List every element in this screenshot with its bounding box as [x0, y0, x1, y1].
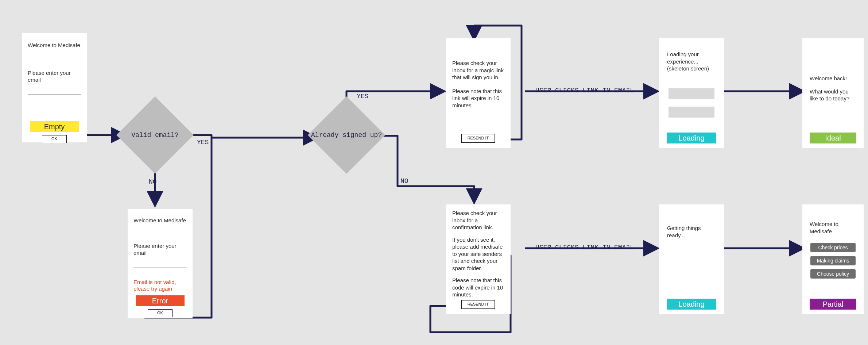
state-badge-ideal: Ideal [810, 133, 856, 143]
resend-button[interactable]: RESEND IT [461, 300, 495, 309]
email-prompt: Please enter your email [22, 49, 87, 84]
state-badge-error: Error [136, 295, 185, 306]
state-badge-empty: Empty [30, 121, 79, 132]
diagram-canvas: Welcome to Medisafe Please enter your em… [0, 0, 868, 345]
skeleton-bar [669, 107, 714, 118]
choose-policy-button[interactable]: Choose policy [810, 269, 856, 279]
screen-magic-link: Please check your inbox for a magic link… [446, 38, 511, 148]
screen-title: Welcome to Medisafe [128, 209, 193, 224]
decision-already-signed-up: Already signed up? [319, 108, 374, 162]
decision-label: Already signed up? [311, 131, 382, 139]
screen-title: Welcome to Medisafe [22, 33, 87, 49]
decision-label: Valid email? [131, 131, 179, 139]
ok-button[interactable]: OK [148, 309, 173, 317]
making-claims-button[interactable]: Making claims [810, 256, 856, 265]
email-field[interactable] [133, 259, 187, 268]
state-badge-loading: Loading [667, 299, 716, 310]
confirm-text-2: If you don't see it, please add medisafe… [446, 231, 511, 272]
loading-text: Getting things ready... [659, 204, 724, 239]
edge-yes: YES [197, 139, 209, 146]
screen-confirmation-link: Please check your inbox for a confirmati… [446, 204, 511, 314]
screen-error: Welcome to Medisafe Please enter your em… [128, 209, 193, 318]
state-badge-loading: Loading [667, 133, 716, 143]
screen-loading-partial: Getting things ready... Loading [659, 204, 724, 314]
magic-text-1: Please check your inbox for a magic link… [446, 38, 511, 81]
screen-ideal: Welcome back! What would you like to do … [802, 38, 864, 148]
loading-text: Loading your experience... (skeleton scr… [659, 38, 724, 72]
skeleton-bar [669, 88, 714, 99]
screen-empty: Welcome to Medisafe Please enter your em… [22, 33, 87, 142]
check-prices-button[interactable]: Check prices [810, 243, 856, 252]
email-prompt: Please enter your email [128, 224, 193, 257]
confirm-text-1: Please check your inbox for a confirmati… [446, 204, 511, 231]
edge-no: NO [400, 177, 408, 185]
edge-user-clicks-link: USER CLICKS LINK IN EMAIL [535, 244, 634, 251]
edge-user-clicks-link: USER CLICKS LINK IN EMAIL [535, 87, 634, 94]
email-field[interactable] [28, 86, 81, 95]
magic-text-2: Please note that this link will expire i… [446, 81, 511, 109]
screen-partial: Welcome to Medisafe Check prices Making … [802, 204, 864, 314]
screen-loading-ideal: Loading your experience... (skeleton scr… [659, 38, 724, 148]
screen-title: Welcome to Medisafe [802, 204, 864, 235]
decision-valid-email: Valid email? [128, 108, 182, 162]
resend-button[interactable]: RESEND IT [461, 134, 495, 143]
ok-button[interactable]: OK [42, 135, 67, 143]
edge-yes: YES [357, 93, 368, 100]
welcome-question: What would you like to do today? [802, 82, 864, 102]
welcome-back: Welcome back! [802, 38, 864, 82]
edge-no: NO [149, 178, 157, 185]
state-badge-partial: Partial [810, 299, 856, 310]
confirm-text-3: Please note that this code will expire i… [446, 272, 511, 298]
error-message: Email is not valid, please try again [128, 268, 193, 293]
